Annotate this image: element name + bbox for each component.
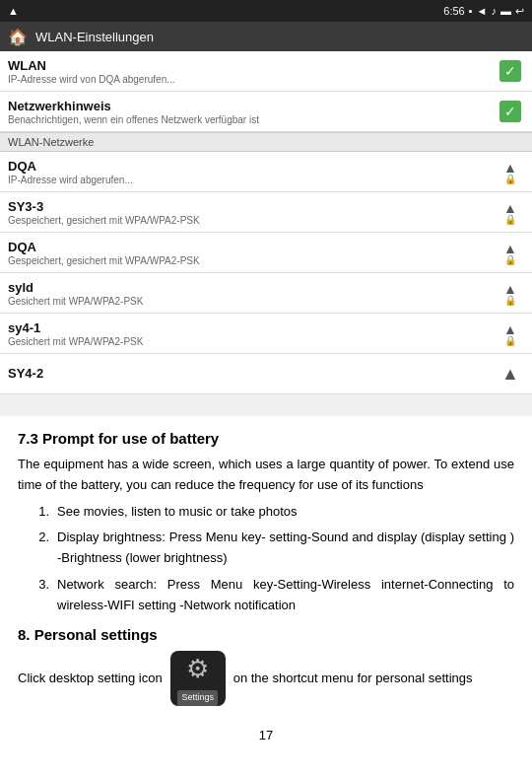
wlan-netzwerke-label: WLAN-Netzwerke: [0, 132, 532, 152]
status-bar: ▲ 6:56 ▪ ◄ ♪ ▬ ↩: [0, 0, 532, 22]
list-text-2: Display brightness: Press Menu key- sett…: [57, 528, 514, 569]
lock-wifi-icon-3: ▲ 🔒: [503, 241, 517, 265]
click-text-1: Click desktop setting icon: [18, 669, 163, 688]
personal-settings-row: Click desktop setting icon ⚙ Settings on…: [18, 651, 514, 706]
top-bar-title: WLAN-Einstellungen: [35, 30, 154, 44]
settings-icon-box[interactable]: ⚙ Settings: [170, 651, 226, 706]
lock-wifi-icon-2: ▲ 🔒: [503, 200, 517, 225]
network-text-syld: syld Gesichert mit WPA/WPA2-PSK: [8, 280, 497, 307]
network-icon-dqa-connected: ▲ 🔒: [497, 158, 524, 185]
list-item-3: 3. Network search: Press Menu key-Settin…: [18, 575, 514, 616]
netzwerk-checkbox-icon: ✓: [499, 101, 521, 122]
lock-sym-2: 🔒: [504, 214, 516, 225]
wlan-title: WLAN: [8, 58, 497, 73]
lock-sym-4: 🔒: [504, 295, 516, 306]
network-item-syld[interactable]: syld Gesichert mit WPA/WPA2-PSK ▲ 🔒: [0, 273, 532, 314]
network-icon-sy4-2: ▲: [497, 360, 524, 388]
network-name-dqa-connected: DQA: [8, 159, 497, 174]
status-left: ▲: [8, 5, 19, 17]
section-73-title: 7.3 Prompt for use of battery: [18, 430, 514, 447]
network-item-sy4-1[interactable]: sy4-1 Gesichert mit WPA/WPA2-PSK ▲ 🔒: [0, 314, 532, 354]
list-num-3: 3.: [18, 575, 57, 616]
network-name-dqa-saved: DQA: [8, 240, 497, 254]
settings-icon-label: Settings: [177, 690, 218, 706]
page-number: 17: [0, 728, 532, 743]
content-area: 7.3 Prompt for use of battery The equipm…: [0, 416, 532, 716]
status-right: 6:56 ▪ ◄ ♪ ▬ ↩: [443, 5, 524, 18]
network-item-dqa-connected[interactable]: DQA IP-Adresse wird abgerufen... ▲ 🔒: [0, 152, 532, 192]
network-item-sy3-3[interactable]: SY3-3 Gespeichert, gesichert mit WPA/WPA…: [0, 192, 532, 233]
volume-icon: ◄: [477, 5, 488, 17]
network-sub-syld: Gesichert mit WPA/WPA2-PSK: [8, 296, 497, 307]
network-sub-sy4-1: Gesichert mit WPA/WPA2-PSK: [8, 336, 497, 347]
time-display: 6:56: [443, 5, 464, 17]
click-text-2: on the shortcut menu for personal settin…: [233, 669, 473, 688]
list-text-3: Network search: Press Menu key-Setting-W…: [57, 575, 514, 616]
network-text-sy3-3: SY3-3 Gespeichert, gesichert mit WPA/WPA…: [8, 199, 497, 226]
network-icon-sy3-3: ▲ 🔒: [497, 198, 524, 226]
lock-wifi-icon-5: ▲ 🔒: [503, 321, 517, 346]
section-8-title: 8. Personal settings: [18, 626, 514, 643]
network-icon-sy4-1: ▲ 🔒: [497, 319, 524, 347]
network-name-syld: syld: [8, 280, 497, 295]
settings-gear-icon: ⚙: [186, 650, 209, 688]
netzwerk-hinweis-title: Netzwerkhinweis: [8, 99, 497, 113]
network-text-dqa-connected: DQA IP-Adresse wird abgerufen...: [8, 159, 497, 185]
network-name-sy4-1: sy4-1: [8, 320, 497, 335]
top-bar: 🏠 WLAN-Einstellungen: [0, 22, 532, 51]
wlan-section: WLAN IP-Adresse wird von DQA abgerufen..…: [0, 51, 532, 394]
signal-icon: ▬: [500, 5, 511, 17]
battery-icon: ▪: [469, 5, 473, 17]
network-text-dqa-saved: DQA Gespeichert, gesichert mit WPA/WPA2-…: [8, 240, 497, 266]
network-sub-dqa-saved: Gespeichert, gesichert mit WPA/WPA2-PSK: [8, 255, 497, 266]
lock-sym-3: 🔒: [504, 254, 516, 265]
home-icon[interactable]: 🏠: [8, 28, 28, 46]
network-name-sy3-3: SY3-3: [8, 199, 497, 214]
lock-sym-5: 🔒: [504, 335, 516, 346]
netzwerk-hinweis-text: Netzwerkhinweis Benachrichtigen, wenn ei…: [8, 99, 497, 125]
network-icon-syld: ▲ 🔒: [497, 279, 524, 307]
lock-wifi-icon-1: ▲ 🔒: [503, 160, 517, 184]
list-text-1: See movies, listen to music or take phot…: [57, 502, 514, 523]
section-73-para: The equipment has a wide screen, which u…: [18, 455, 514, 496]
wlan-checkbox[interactable]: ✓: [497, 57, 524, 85]
back-icon: ↩: [515, 5, 524, 18]
network-icon-dqa-saved: ▲ 🔒: [497, 239, 524, 266]
network-sub-dqa-connected: IP-Adresse wird abgerufen...: [8, 175, 497, 185]
checkbox-green-icon: ✓: [499, 60, 521, 82]
lock-sym-1: 🔒: [504, 174, 516, 184]
wifi-status-icon: ▲: [8, 5, 19, 17]
network-name-sy4-2: SY4-2: [8, 366, 497, 381]
network-sub-sy3-3: Gespeichert, gesichert mit WPA/WPA2-PSK: [8, 215, 497, 226]
lock-wifi-icon-4: ▲ 🔒: [503, 281, 517, 306]
netzwerk-checkbox[interactable]: ✓: [497, 98, 524, 125]
list-num-1: 1.: [18, 502, 57, 523]
network-item-sy4-2[interactable]: SY4-2 ▲: [0, 354, 532, 394]
network-text-sy4-1: sy4-1 Gesichert mit WPA/WPA2-PSK: [8, 320, 497, 347]
list-num-2: 2.: [18, 528, 57, 569]
netzwerk-hinweis-item[interactable]: Netzwerkhinweis Benachrichtigen, wenn ei…: [0, 92, 532, 132]
section-gap: [0, 394, 532, 416]
wifi-only-icon: ▲: [501, 364, 519, 385]
speaker-icon: ♪: [492, 5, 498, 17]
network-item-dqa-saved[interactable]: DQA Gespeichert, gesichert mit WPA/WPA2-…: [0, 233, 532, 273]
wlan-sub: IP-Adresse wird von DQA abgerufen...: [8, 74, 497, 85]
wlan-main-item[interactable]: WLAN IP-Adresse wird von DQA abgerufen..…: [0, 51, 532, 92]
wlan-main-text: WLAN IP-Adresse wird von DQA abgerufen..…: [8, 58, 497, 85]
network-text-sy4-2: SY4-2: [8, 366, 497, 382]
list-item-1: 1. See movies, listen to music or take p…: [18, 502, 514, 523]
netzwerk-hinweis-sub: Benachrichtigen, wenn ein offenes Netzwe…: [8, 114, 497, 125]
list-item-2: 2. Display brightness: Press Menu key- s…: [18, 528, 514, 569]
